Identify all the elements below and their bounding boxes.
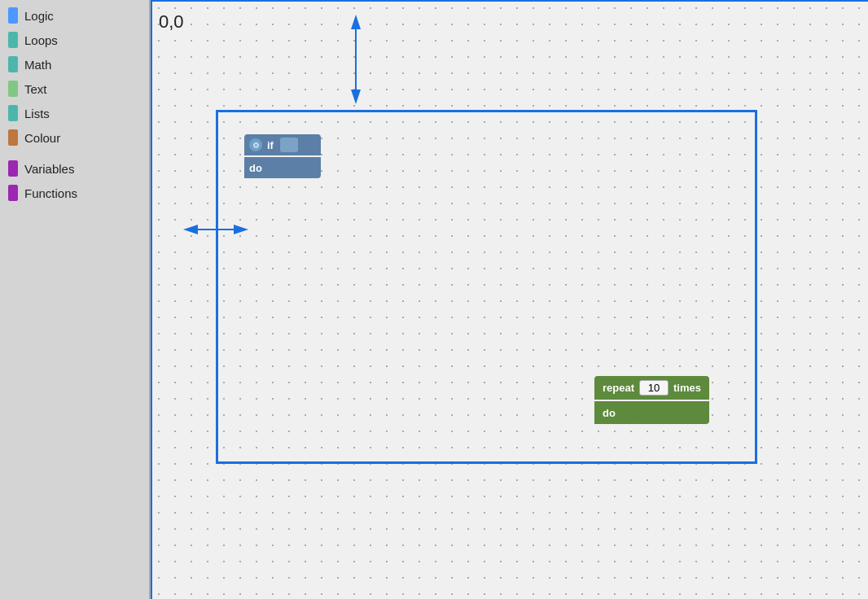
sidebar-item-colour[interactable]: Colour [0,125,149,150]
svg-rect-1 [355,28,357,91]
block-if-bottom: do [244,157,321,178]
block-repeat-do-notch [627,405,638,420]
block-if-notch [301,138,313,152]
block-repeat-bottom: do [594,401,709,424]
math-color [8,56,18,72]
block-repeat-times-label: times [673,382,701,394]
crosshair-horizontal [151,0,868,2]
sidebar-item-lists[interactable]: Lists [0,101,149,125]
block-if[interactable]: ⚙ if do [244,134,321,178]
sidebar-item-variables[interactable]: Variables [0,156,149,181]
gear-icon: ⚙ [249,138,262,151]
sidebar-item-logic[interactable]: Logic [0,3,149,28]
block-if-top: ⚙ if [244,134,321,155]
resize-arrow-horizontal[interactable] [183,220,248,243]
block-repeat-top: repeat times [594,376,709,400]
sidebar-item-loops[interactable]: Loops [0,28,149,52]
crosshair-vertical [151,0,152,599]
sidebar-label-colour: Colour [24,131,60,145]
block-repeat-count-input[interactable] [639,380,669,396]
sidebar-divider [0,150,149,156]
logic-color [8,7,18,24]
horizontal-arrow-svg [183,220,248,239]
sidebar-item-text[interactable]: Text [0,77,149,101]
resize-arrow-vertical[interactable] [346,15,366,104]
block-repeat[interactable]: repeat times do [594,376,709,424]
sidebar: Logic Loops Math Text Lists Colour Varia… [0,0,151,599]
svg-rect-4 [196,229,235,230]
block-if-do-label: do [249,162,262,174]
sidebar-item-functions[interactable]: Functions [0,181,149,205]
colour-color [8,129,18,146]
sidebar-label-lists: Lists [24,107,50,120]
lists-color [8,105,18,121]
svg-marker-2 [351,90,361,104]
sidebar-item-math[interactable]: Math [0,52,149,77]
block-if-label: if [267,139,274,151]
sidebar-label-loops: Loops [24,33,58,47]
block-repeat-do-label: do [603,407,616,419]
svg-marker-3 [183,225,198,234]
loops-color [8,32,18,48]
variables-color [8,160,18,177]
sidebar-label-variables: Variables [24,162,74,176]
block-repeat-label: repeat [603,382,634,394]
svg-marker-0 [351,15,361,29]
text-color [8,81,18,97]
canvas-area[interactable]: 0,0 ⚙ if do [151,0,868,599]
sidebar-label-functions: Functions [24,186,77,200]
block-if-condition-slot [280,138,298,152]
functions-color [8,185,18,201]
sidebar-label-logic: Logic [24,9,54,23]
coord-label: 0,0 [159,11,184,33]
block-if-do-notch [270,160,282,175]
sidebar-label-text: Text [24,82,47,96]
svg-marker-5 [234,225,248,234]
sidebar-label-math: Math [24,58,51,72]
vertical-arrow-svg [346,15,366,104]
